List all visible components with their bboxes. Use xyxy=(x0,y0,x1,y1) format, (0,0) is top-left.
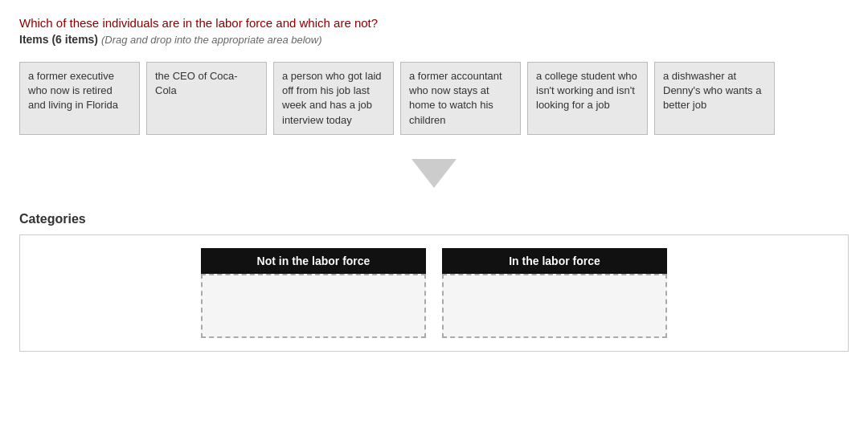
category-in-labor-force[interactable]: In the labor force xyxy=(442,248,667,338)
category-spacer xyxy=(426,248,442,338)
categories-outer: Not in the labor force In the labor forc… xyxy=(19,234,849,352)
items-label: Items (6 items) (Drag and drop into the … xyxy=(19,33,849,46)
drag-item-4[interactable]: a former accountant who now stays at hom… xyxy=(400,62,521,135)
items-count: Items (6 items) xyxy=(19,33,98,46)
categories-title: Categories xyxy=(19,212,849,226)
arrow-container xyxy=(19,159,849,188)
question-text: Which of these individuals are in the la… xyxy=(19,16,849,30)
category-not-in-labor-force[interactable]: Not in the labor force xyxy=(201,248,426,338)
drag-item-1[interactable]: a former executive who now is retired an… xyxy=(19,62,140,135)
items-hint: (Drag and drop into the appropriate area… xyxy=(101,34,322,46)
drag-item-3[interactable]: a person who got laid off from his job l… xyxy=(273,62,394,135)
drag-item-5[interactable]: a college student who isn't working and … xyxy=(527,62,648,135)
drag-items-container: a former executive who now is retired an… xyxy=(19,62,849,135)
category-not-in-drop-zone[interactable] xyxy=(201,274,426,338)
drag-item-2[interactable]: the CEO of Coca-Cola xyxy=(146,62,267,135)
category-in-drop-zone[interactable] xyxy=(442,274,667,338)
arrow-down-icon xyxy=(411,159,457,188)
category-not-in-header: Not in the labor force xyxy=(201,248,426,274)
drag-item-6[interactable]: a dishwasher at Denny's who wants a bett… xyxy=(654,62,775,135)
categories-section: Categories Not in the labor force In the… xyxy=(19,212,849,352)
category-in-header: In the labor force xyxy=(442,248,667,274)
